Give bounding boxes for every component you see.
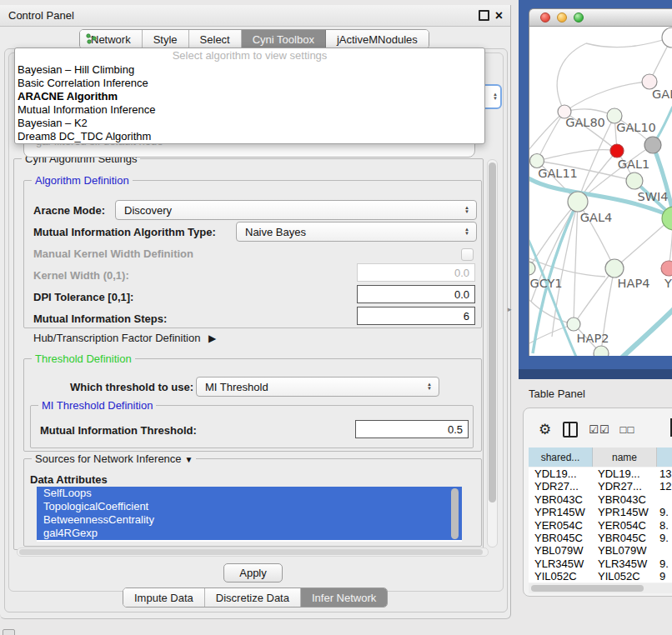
column-header-name[interactable]: name <box>593 448 657 467</box>
algorithm-dropdown-list: Bayesian – Hill ClimbingBasic Correlatio… <box>15 63 484 143</box>
network-node[interactable] <box>567 318 580 331</box>
network-node-label: HAP2 <box>577 332 609 345</box>
network-node-label: GAL80 <box>565 116 605 129</box>
control-panel-tab[interactable]: jActiveMNodules <box>326 30 429 48</box>
network-node[interactable] <box>662 28 672 48</box>
dpi-tolerance-label: DPI Tolerance [0,1]: <box>33 291 133 303</box>
minimize-traffic-light-icon[interactable] <box>557 12 567 22</box>
table-row[interactable]: YDR27... YDR27... 12 <box>529 480 672 492</box>
aracne-mode-combo[interactable]: Discovery ▲▼ <box>115 200 477 220</box>
mi-threshold-field[interactable]: 0.5 <box>355 420 469 438</box>
data-attributes-list: SelfLoopsTopologicalCoefficientBetweenne… <box>37 487 462 542</box>
data-attribute-item[interactable]: TopologicalCoefficient <box>37 500 462 513</box>
control-panel-tab[interactable]: Select <box>189 30 242 48</box>
column-header-clipped[interactable] <box>657 448 672 467</box>
network-node[interactable] <box>594 346 609 356</box>
minimized-panel-icon[interactable] <box>3 629 15 635</box>
zoom-traffic-light-icon[interactable] <box>574 12 584 22</box>
column-header-shared-name[interactable]: shared... <box>529 448 593 467</box>
float-window-icon[interactable] <box>479 10 489 21</box>
attributes-scrollbar-thumb[interactable] <box>451 488 459 539</box>
network-node[interactable] <box>529 262 535 275</box>
hub-definition-toggle[interactable]: Hub/Transcription Factor Definition ▶ <box>33 332 216 344</box>
which-threshold-value: MI Threshold <box>197 381 268 393</box>
cyni-bottom-tab[interactable]: Discretize Data <box>205 588 301 607</box>
algorithm-dropdown-item[interactable]: Bayesian – Hill Climbing <box>15 63 484 77</box>
algorithm-dropdown-placeholder: Select algorithm to view settings <box>15 48 484 63</box>
data-attributes-label: Data Attributes <box>30 473 108 486</box>
network-node[interactable] <box>661 261 672 276</box>
network-node-label: GAL1 <box>618 158 649 171</box>
network-node[interactable] <box>626 172 643 189</box>
checked-pair-icon[interactable]: ☑☑ <box>589 423 609 436</box>
mi-steps-label: Mutual Information Steps: <box>33 312 167 325</box>
network-canvas[interactable]: GALGAL80GAL10GAL1GAL11SWI4GAL4GCY1HAP4YH… <box>529 27 672 356</box>
kernel-width-field[interactable]: 0.0 <box>357 263 475 282</box>
control-panel-titlebar: Control Panel × <box>0 5 510 27</box>
table-row[interactable]: YLR345W YLR345W 9. <box>529 558 672 570</box>
dpi-tolerance-field[interactable]: 0.0 <box>357 285 475 303</box>
data-attribute-item[interactable]: BetweennessCentrality <box>37 513 462 527</box>
network-node[interactable] <box>530 154 544 168</box>
apply-button[interactable]: Apply <box>223 563 283 582</box>
algorithm-dropdown-item[interactable]: Mutual Information Inference <box>15 103 484 117</box>
network-node[interactable] <box>568 192 588 212</box>
table-row[interactable]: YER054C YER054C 8. <box>529 519 672 532</box>
kernel-width-label: Kernel Width (0,1): <box>33 269 129 282</box>
network-node-label: GCY1 <box>529 277 562 290</box>
close-traffic-light-icon[interactable] <box>540 12 550 22</box>
table-row[interactable]: YBL079W YBL079W <box>529 544 672 557</box>
network-svg: GALGAL80GAL10GAL1GAL11SWI4GAL4GCY1HAP4YH… <box>529 27 672 356</box>
combo-arrows-icon: ▲▼ <box>427 382 432 391</box>
algorithm-dropdown-item[interactable]: Bayesian – K2 <box>15 117 484 130</box>
close-icon[interactable]: × <box>495 11 503 21</box>
aracne-mode-value: Discovery <box>116 204 172 217</box>
manual-kernel-width-label: Manual Kernel Width Definition <box>33 248 193 260</box>
network-view-window: GALGAL80GAL10GAL1GAL11SWI4GAL4GCY1HAP4YH… <box>529 8 672 356</box>
table-row[interactable]: YPR145W YPR145W 9. <box>529 506 672 518</box>
table-row[interactable]: YIL052C YIL052C 9 <box>529 570 672 582</box>
network-node[interactable] <box>610 144 624 158</box>
algorithm-dropdown-item[interactable]: Basic Correlation Inference <box>15 77 484 90</box>
network-node-labels: GALGAL80GAL10GAL1GAL11SWI4GAL4GCY1HAP4YH… <box>529 88 672 345</box>
table-row[interactable]: YDL19... YDL19... 13 <box>529 468 672 480</box>
settings-vertical-scrollbar-thumb[interactable] <box>489 162 496 502</box>
network-node[interactable] <box>644 137 661 153</box>
combo-down-arrow-icon: ▼ <box>493 97 498 101</box>
settings-horizontal-scrollbar-thumb[interactable] <box>19 549 483 555</box>
data-attribute-item[interactable]: SelfLoops <box>37 487 462 500</box>
mi-steps-field[interactable]: 6 <box>357 307 475 325</box>
table-horizontal-scrollbar-thumb[interactable] <box>531 585 644 592</box>
table-panel-title: Table Panel <box>529 388 585 400</box>
mi-algorithm-type-combo[interactable]: Naive Bayes ▲▼ <box>236 222 477 242</box>
algorithm-definition-title: Algorithm Definition <box>32 174 133 187</box>
split-columns-icon[interactable] <box>563 422 578 438</box>
table-horizontal-scrollbar[interactable] <box>529 583 672 593</box>
unchecked-pair-icon[interactable]: □□ <box>620 423 635 436</box>
mi-threshold-definition-title: MI Threshold Definition <box>38 399 156 412</box>
screenshot-root: Control Panel × NetworkStyleSelectCyni T… <box>0 0 672 635</box>
network-node-label: GAL <box>652 88 672 101</box>
gear-icon[interactable]: ⚙ <box>539 421 551 438</box>
manual-kernel-width-checkbox[interactable] <box>461 248 474 261</box>
sources-title: Sources for Network Inference▼ <box>32 452 196 465</box>
cyni-bottom-tab[interactable]: Infer Network <box>301 588 387 607</box>
cyni-bottom-tab[interactable]: Impute Data <box>123 588 205 607</box>
table-row[interactable]: YBR045C YBR045C 9. <box>529 532 672 544</box>
algorithm-dropdown-item[interactable]: Dream8 DC_TDC Algorithm <box>15 130 484 143</box>
data-attribute-item[interactable]: gal4RGexp <box>37 527 462 540</box>
splitter-handle-icon[interactable]: ▸ <box>508 305 512 313</box>
control-panel-tab[interactable]: Cyni Toolbox <box>242 30 326 48</box>
settings-horizontal-scrollbar[interactable] <box>17 548 489 557</box>
table-header-row: shared... name <box>529 448 672 467</box>
mi-algorithm-type-label: Mutual Information Algorithm Type: <box>33 226 216 238</box>
control-panel-tab[interactable]: Style <box>143 30 189 48</box>
network-node[interactable] <box>605 259 624 278</box>
settings-vertical-scrollbar[interactable] <box>487 159 498 548</box>
network-window-titlebar[interactable] <box>529 8 672 27</box>
algorithm-dropdown-item[interactable]: ARACNE Algorithm <box>15 90 484 103</box>
control-panel-tab-bar: NetworkStyleSelectCyni ToolboxjActiveMNo… <box>79 29 429 49</box>
expanded-arrow-icon[interactable]: ▼ <box>185 455 193 464</box>
table-row[interactable]: YBR043C YBR043C <box>529 493 672 506</box>
which-threshold-combo[interactable]: MI Threshold ▲▼ <box>196 377 439 397</box>
